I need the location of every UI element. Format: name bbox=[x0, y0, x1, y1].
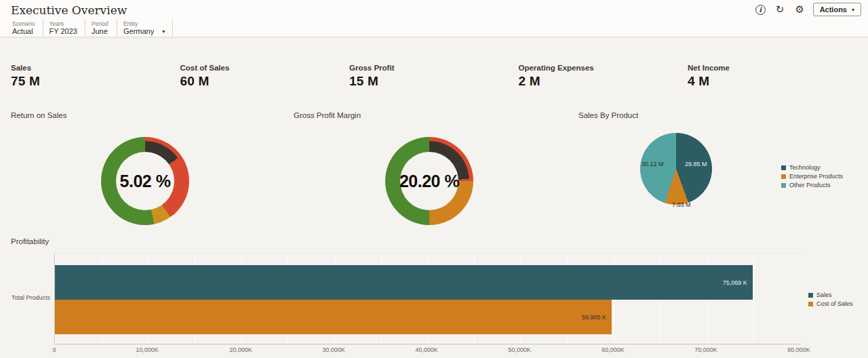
x-axis-tick: 60,000K bbox=[583, 346, 644, 353]
refresh-icon[interactable]: ↻ bbox=[774, 3, 787, 16]
legend-swatch bbox=[781, 165, 786, 170]
kpi-value: 15 M bbox=[349, 74, 519, 89]
page-title: Executive Overview bbox=[11, 3, 127, 17]
kpi-value: 4 M bbox=[688, 74, 857, 89]
gear-icon[interactable]: ⚙ bbox=[793, 3, 806, 16]
x-axis-tick: 70,000K bbox=[675, 346, 736, 353]
kpi-label: Cost of Sales bbox=[180, 64, 350, 72]
kpi-tile-net-income: Net Income 4 M bbox=[688, 64, 857, 89]
pie-graphic bbox=[640, 133, 712, 205]
pov-dimension-label: Entity bbox=[123, 20, 165, 27]
pie-title: Sales By Product bbox=[578, 111, 638, 119]
gauge-title-return-on-sales: Return on Sales bbox=[11, 111, 66, 119]
legend-label: Cost of Sales bbox=[816, 300, 853, 307]
legend-label: Sales bbox=[816, 292, 832, 298]
kpi-label: Net Income bbox=[688, 64, 857, 72]
kpi-value: 60 M bbox=[180, 74, 350, 89]
kpi-tile-cost-of-sales: Cost of Sales 60 M bbox=[180, 64, 350, 89]
gauge-gross-profit-margin[interactable]: 20.20 % bbox=[385, 137, 473, 225]
kpi-label: Sales bbox=[11, 64, 180, 72]
legend-swatch bbox=[808, 302, 813, 306]
bar-value-label: 75,069 K bbox=[723, 279, 747, 286]
pie-slice-label-enterprise-products: 7.03 M bbox=[672, 201, 691, 208]
x-axis-tick: 0 bbox=[24, 346, 85, 353]
pie-legend: Technology Enterprise Products Other Pro… bbox=[781, 164, 843, 188]
actions-button-label: Actions bbox=[820, 5, 847, 14]
legend-swatch bbox=[781, 183, 786, 188]
legend-item-cost-of-sales: Cost of Sales bbox=[808, 300, 853, 307]
gauge-title-gross-profit-margin: Gross Profit Margin bbox=[294, 111, 361, 119]
pov-dimension-label: Scenario bbox=[12, 20, 35, 27]
x-axis-tick: 20,000K bbox=[210, 346, 271, 353]
actions-button[interactable]: Actions ▾ bbox=[813, 3, 861, 16]
legend-swatch bbox=[781, 174, 786, 179]
app-header: Executive Overview i ↻ ⚙ Actions ▾ bbox=[0, 0, 868, 19]
x-axis-tick: 30,000K bbox=[303, 346, 364, 353]
legend-label: Enterprise Products bbox=[789, 173, 843, 180]
kpi-row: Sales 75 M Cost of Sales 60 M Gross Prof… bbox=[11, 64, 857, 89]
pov-item-entity[interactable]: Entity Germany ▾ bbox=[123, 19, 173, 37]
pov-item-period[interactable]: Period June bbox=[92, 19, 117, 37]
kpi-label: Gross Profit bbox=[349, 64, 519, 72]
pie-slice-label-technology: 29.85 M bbox=[685, 161, 707, 167]
x-axis-tick: 40,000K bbox=[396, 346, 457, 353]
kpi-label: Operating Expenses bbox=[519, 64, 688, 72]
bar-cost-of-sales[interactable]: 59,905 K bbox=[55, 300, 612, 334]
legend-item-sales: Sales bbox=[808, 292, 853, 298]
pov-member-value: June bbox=[92, 27, 109, 36]
x-axis-tick: 50,000K bbox=[489, 346, 550, 353]
bar-chart-legend: Sales Cost of Sales bbox=[808, 292, 853, 307]
pov-item-years[interactable]: Years FY 2023 bbox=[50, 19, 85, 37]
legend-label: Other Products bbox=[789, 182, 831, 188]
legend-item-enterprise-products: Enterprise Products bbox=[781, 173, 843, 180]
header-toolbar: i ↻ ⚙ Actions ▾ bbox=[754, 1, 861, 18]
bar-chart-title: Profitability bbox=[11, 237, 49, 245]
legend-swatch bbox=[808, 293, 813, 298]
kpi-tile-sales: Sales 75 M bbox=[11, 64, 180, 89]
pie-chart-sales-by-product[interactable]: 29.85 M 30.12 M 7.03 M bbox=[640, 133, 735, 218]
kpi-tile-gross-profit: Gross Profit 15 M bbox=[349, 64, 519, 89]
chevron-down-icon[interactable]: ▾ bbox=[162, 27, 165, 36]
pov-member-value: Germany bbox=[123, 27, 154, 36]
bar-value-label: 59,905 K bbox=[582, 314, 606, 321]
kpi-value: 75 M bbox=[11, 74, 180, 89]
pov-item-scenario[interactable]: Scenario Actual bbox=[12, 19, 43, 37]
legend-item-other-products: Other Products bbox=[781, 182, 843, 188]
pov-member-value: Actual bbox=[12, 27, 35, 36]
x-axis-tick: 10,000K bbox=[117, 346, 178, 353]
gauge-value: 20.20 % bbox=[385, 137, 473, 225]
x-axis-tick: 80,000K bbox=[768, 346, 829, 353]
chevron-down-icon: ▾ bbox=[852, 7, 854, 13]
y-axis-category-label: Total Products bbox=[0, 294, 50, 301]
gauge-value: 5.02 % bbox=[101, 137, 189, 225]
bar-chart-plot-area: 75,069 K 59,905 K bbox=[54, 253, 800, 344]
legend-item-technology: Technology bbox=[781, 164, 843, 171]
pie-slice-label-other-products: 30.12 M bbox=[642, 161, 664, 167]
kpi-value: 2 M bbox=[519, 74, 688, 89]
pov-member-value: FY 2023 bbox=[50, 27, 77, 36]
info-icon[interactable]: i bbox=[754, 3, 767, 16]
bar-sales[interactable]: 75,069 K bbox=[55, 265, 753, 300]
pov-dimension-label: Period bbox=[92, 20, 109, 27]
gauge-return-on-sales[interactable]: 5.02 % bbox=[101, 137, 189, 225]
pov-bar: Scenario Actual Years FY 2023 Period Jun… bbox=[0, 19, 868, 37]
legend-label: Technology bbox=[789, 164, 821, 171]
pov-dimension-label: Years bbox=[50, 20, 77, 27]
kpi-tile-operating-expenses: Operating Expenses 2 M bbox=[519, 64, 688, 89]
